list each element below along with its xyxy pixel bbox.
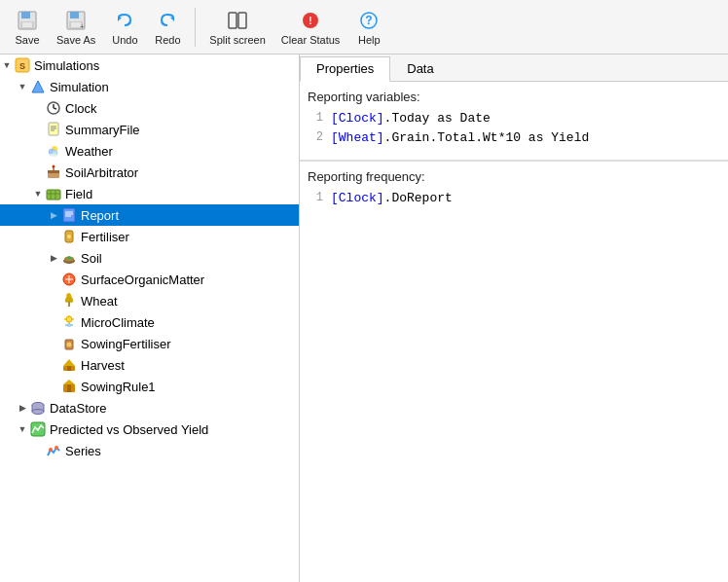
- svg-text:?: ?: [366, 14, 373, 27]
- expand-datastore[interactable]: ▶: [16, 401, 29, 415]
- tree-item-harvest[interactable]: ▶ Harvest: [0, 354, 299, 376]
- save-button[interactable]: Save: [8, 7, 47, 48]
- toolbar-sep-1: [195, 8, 196, 47]
- simulations-label: Simulations: [34, 58, 99, 73]
- freq-line-num-1: 1: [300, 191, 331, 204]
- tree-item-wheat[interactable]: ▶ Wheat: [0, 290, 299, 311]
- save-as-button[interactable]: + Save As: [51, 7, 101, 48]
- soilarbitrator-label: SoilArbitrator: [65, 165, 138, 180]
- save-icon: [16, 9, 39, 32]
- simulation-icon: [29, 78, 47, 95]
- wheat-icon: [60, 292, 78, 309]
- undo-icon: [113, 9, 136, 32]
- line-num-2: 2: [300, 130, 331, 144]
- tree-item-microclimate[interactable]: ▶ MicroClimate: [0, 311, 299, 333]
- split-screen-button[interactable]: Split screen: [203, 7, 271, 48]
- surfaceorganicmatter-icon: [60, 271, 78, 288]
- svg-marker-17: [32, 81, 44, 92]
- freq-code-line-1: 1 [Clock].DoReport: [300, 188, 728, 207]
- tree-item-weather[interactable]: ▶ Weather: [0, 140, 299, 162]
- tab-data[interactable]: Data: [390, 56, 450, 81]
- svg-rect-1: [21, 12, 30, 18]
- harvest-label: Harvest: [81, 358, 125, 373]
- tree-item-series[interactable]: ▶ Series: [0, 440, 299, 461]
- help-label: Help: [358, 34, 381, 46]
- exp: ▶: [47, 294, 60, 308]
- tree-item-datastore[interactable]: ▶ DataStore: [0, 397, 299, 418]
- field-label: Field: [65, 187, 92, 201]
- svg-rect-61: [67, 366, 71, 371]
- tree-item-sowingfertiliser[interactable]: ▶ SowingFertiliser: [0, 333, 299, 354]
- undo-button[interactable]: Undo: [105, 7, 144, 48]
- svg-point-42: [67, 235, 71, 238]
- exp: ▶: [47, 273, 60, 286]
- expand-soil[interactable]: ▶: [47, 251, 60, 265]
- sowingrule1-label: SowingRule1: [81, 380, 156, 394]
- redo-button[interactable]: Redo: [148, 7, 187, 48]
- surfaceorganicmatter-label: SurfaceOrganicMatter: [81, 273, 204, 287]
- summaryfile-icon: [45, 121, 62, 138]
- exp: ▶: [47, 230, 60, 243]
- expand-clock[interactable]: ▶: [31, 101, 45, 115]
- save-as-label: Save As: [56, 34, 95, 46]
- tree-item-fertiliser[interactable]: ▶ Fertiliser: [0, 226, 299, 247]
- report-icon: [60, 206, 78, 224]
- fertiliser-icon: [60, 228, 78, 245]
- reporting-variables-section: Reporting variables: 1 [Clock].Today as …: [300, 82, 728, 160]
- clear-status-button[interactable]: ! Clear Status: [275, 7, 346, 48]
- svg-rect-10: [238, 13, 246, 28]
- tree-item-simulations[interactable]: ▼ S Simulations: [0, 55, 299, 76]
- tree-item-surfaceorganicmatter[interactable]: ▶ SurfaceOrganicMatter: [0, 269, 299, 290]
- svg-point-32: [53, 165, 55, 168]
- split-screen-label: Split screen: [209, 34, 265, 46]
- tree-item-soilarbitrator[interactable]: ▶ SoilArbitrator: [0, 162, 299, 183]
- svg-point-71: [49, 448, 53, 452]
- svg-rect-30: [48, 170, 59, 173]
- reporting-frequency-editor[interactable]: 1 [Clock].DoReport: [300, 186, 728, 238]
- report-label: Report: [81, 208, 119, 223]
- main-area: ▼ S Simulations ▼ Simulation: [0, 55, 728, 582]
- tree-item-simulation[interactable]: ▼ Simulation: [0, 76, 299, 97]
- microclimate-label: MicroClimate: [81, 315, 155, 330]
- datastore-label: DataStore: [50, 401, 107, 416]
- help-button[interactable]: ? Help: [349, 7, 388, 48]
- code-line-2: 2 [Wheat].Grain.Total.Wt*10 as Yield: [300, 127, 728, 147]
- tree-item-field[interactable]: ▼ Field: [0, 183, 299, 204]
- expand-simulations[interactable]: ▼: [0, 58, 14, 72]
- svg-text:!: !: [309, 16, 311, 26]
- expand-field[interactable]: ▼: [31, 187, 45, 200]
- redo-icon: [156, 9, 179, 32]
- expand-simulation[interactable]: ▼: [16, 80, 29, 93]
- svg-point-72: [55, 446, 58, 450]
- reporting-variables-editor[interactable]: 1 [Clock].Today as Date 2 [Wheat].Grain.…: [300, 106, 728, 160]
- svg-marker-60: [63, 359, 75, 366]
- reporting-variables-label: Reporting variables:: [300, 88, 728, 106]
- microclimate-icon: [60, 313, 78, 331]
- svg-rect-3: [22, 22, 32, 27]
- tree-item-summaryfile[interactable]: ▶ SummaryFile: [0, 119, 299, 140]
- soilarbitrator-icon: [45, 164, 62, 181]
- svg-text:S: S: [19, 61, 25, 71]
- svg-rect-9: [229, 13, 237, 28]
- simulation-label: Simulation: [50, 80, 109, 94]
- weather-label: Weather: [65, 144, 113, 159]
- help-icon: ?: [357, 9, 381, 32]
- soil-icon: [60, 249, 78, 267]
- tree-item-soil[interactable]: ▶ Soil: [0, 247, 299, 269]
- split-screen-icon: [226, 9, 249, 32]
- save-label: Save: [15, 34, 39, 46]
- svg-rect-64: [67, 384, 71, 392]
- svg-rect-37: [63, 208, 75, 222]
- svg-rect-5: [70, 12, 79, 18]
- code-text-2: [Wheat].Grain.Total.Wt*10 as Yield: [331, 130, 589, 145]
- tree-item-report[interactable]: ▶ Report: [0, 204, 299, 226]
- tabs: Properties Data: [300, 55, 728, 82]
- svg-marker-63: [63, 380, 75, 384]
- svg-point-58: [67, 343, 72, 347]
- tree-item-predicted[interactable]: ▼ Predicted vs Observed Yield: [0, 418, 299, 440]
- code-line-1: 1 [Clock].Today as Date: [300, 108, 728, 127]
- tab-properties[interactable]: Properties: [300, 56, 390, 82]
- expand-predicted[interactable]: ▼: [16, 422, 29, 436]
- tree-item-sowingrule1[interactable]: ▶ SowingRule1: [0, 376, 299, 397]
- tree-item-clock[interactable]: ▶ Clock: [0, 97, 299, 119]
